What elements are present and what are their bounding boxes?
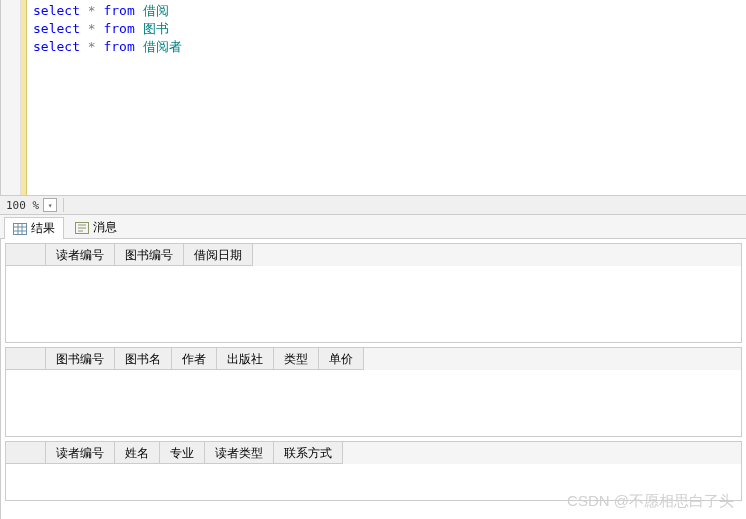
results-panel: 读者编号 图书编号 借阅日期 图书编号 图书名 作者 出版社 类型 单价 读者编… [0,239,746,519]
sql-editor-pane: select * from 借阅 select * from 图书 select… [0,0,746,195]
column-header[interactable]: 作者 [172,348,217,370]
editor-gutter [1,0,21,195]
tab-messages[interactable]: 消息 [66,216,126,238]
column-header[interactable]: 出版社 [217,348,274,370]
results-grid-icon [13,223,27,235]
tab-results-label: 结果 [31,220,55,237]
divider [63,198,64,212]
svg-rect-0 [14,223,27,234]
column-header[interactable]: 图书名 [115,348,172,370]
result-grid-3[interactable]: 读者编号 姓名 专业 读者类型 联系方式 [5,441,742,501]
tab-results[interactable]: 结果 [4,217,64,239]
row-selector-corner[interactable] [6,244,46,266]
grid-header: 读者编号 姓名 专业 读者类型 联系方式 [6,442,741,464]
column-header[interactable]: 姓名 [115,442,160,464]
column-header[interactable]: 借阅日期 [184,244,253,266]
column-header[interactable]: 读者编号 [46,244,115,266]
grid-header: 读者编号 图书编号 借阅日期 [6,244,741,266]
column-header[interactable]: 单价 [319,348,364,370]
column-header[interactable]: 读者编号 [46,442,115,464]
column-header[interactable]: 类型 [274,348,319,370]
row-selector-corner[interactable] [6,442,46,464]
column-header[interactable]: 联系方式 [274,442,343,464]
zoom-dropdown[interactable]: ▾ [43,198,57,212]
grid-body[interactable] [6,266,741,342]
grid-body[interactable] [6,370,741,436]
row-selector-corner[interactable] [6,348,46,370]
messages-icon [75,222,89,234]
grid-body[interactable] [6,464,741,500]
results-tabstrip: 结果 消息 [0,215,746,239]
tab-messages-label: 消息 [93,219,117,236]
column-header[interactable]: 图书编号 [115,244,184,266]
sql-editor[interactable]: select * from 借阅 select * from 图书 select… [27,0,746,195]
zoom-level: 100 % [6,199,39,212]
column-header[interactable]: 专业 [160,442,205,464]
grid-header: 图书编号 图书名 作者 出版社 类型 单价 [6,348,741,370]
result-grid-2[interactable]: 图书编号 图书名 作者 出版社 类型 单价 [5,347,742,437]
column-header[interactable]: 图书编号 [46,348,115,370]
zoom-toolbar: 100 % ▾ [0,195,746,215]
column-header[interactable]: 读者类型 [205,442,274,464]
result-grid-1[interactable]: 读者编号 图书编号 借阅日期 [5,243,742,343]
